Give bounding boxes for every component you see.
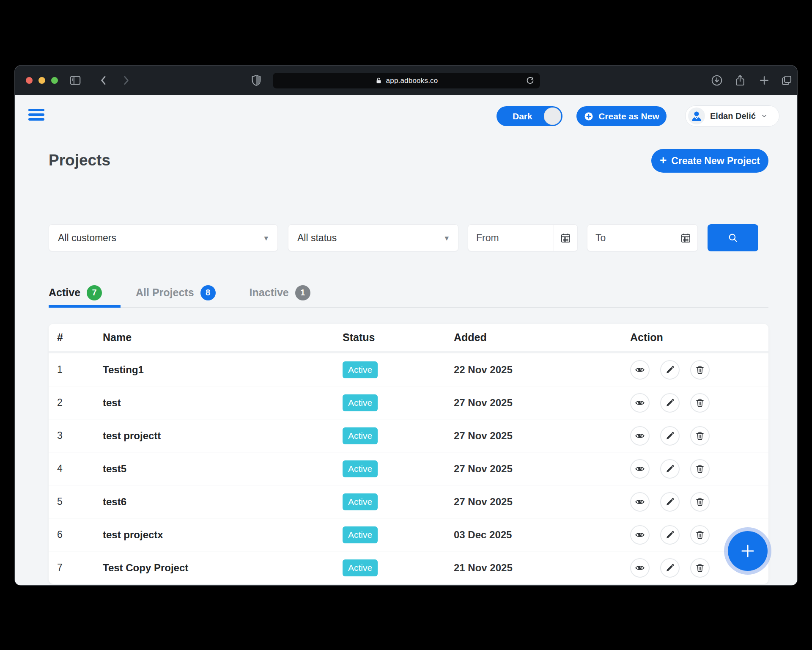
delete-button[interactable] <box>690 459 710 479</box>
row-actions <box>630 426 768 446</box>
privacy-shield-icon[interactable] <box>250 74 263 87</box>
fab-add-button[interactable] <box>728 531 768 571</box>
eye-icon <box>635 398 645 408</box>
user-name: Eldan Delić <box>710 111 756 121</box>
trash-icon <box>695 563 705 573</box>
row-number: 4 <box>57 463 103 474</box>
delete-button[interactable] <box>690 525 710 545</box>
back-icon[interactable] <box>97 74 110 87</box>
tab-count-badge: 7 <box>87 285 102 300</box>
edit-button[interactable] <box>660 426 680 446</box>
delete-button[interactable] <box>690 492 710 512</box>
tab-overview-icon[interactable] <box>780 74 793 87</box>
view-button[interactable] <box>630 426 650 446</box>
delete-button[interactable] <box>690 393 710 413</box>
table-row: 3 test projectt Active 27 Nov 2025 <box>49 419 768 452</box>
added-date: 27 Nov 2025 <box>454 430 630 442</box>
forward-icon[interactable] <box>120 74 132 87</box>
tab-count-badge: 8 <box>200 285 216 300</box>
row-actions <box>630 360 768 380</box>
view-button[interactable] <box>630 393 650 413</box>
page-title: Projects <box>49 151 110 169</box>
pencil-icon <box>665 497 675 507</box>
edit-button[interactable] <box>660 525 680 545</box>
zoom-window-button[interactable] <box>51 77 58 84</box>
eye-icon <box>635 530 645 540</box>
status-select[interactable]: All status ▾ <box>288 224 458 251</box>
eye-icon <box>635 365 645 375</box>
customers-select[interactable]: All customers ▾ <box>49 224 278 251</box>
downloads-icon[interactable] <box>710 74 723 87</box>
project-name: test6 <box>103 496 343 508</box>
eye-icon <box>635 563 645 573</box>
date-from-input[interactable] <box>476 232 554 244</box>
table-row: 1 Testing1 Active 22 Nov 2025 <box>49 353 768 386</box>
col-name: Name <box>103 331 343 344</box>
tab-inactive[interactable]: Inactive 1 <box>250 280 329 308</box>
plus-icon <box>739 542 757 560</box>
create-new-project-button[interactable]: + Create New Project <box>651 149 768 173</box>
user-menu[interactable]: Eldan Delić <box>685 105 779 127</box>
minimize-window-button[interactable] <box>38 77 45 84</box>
tab-active[interactable]: Active 7 <box>49 280 121 308</box>
row-actions <box>630 492 768 512</box>
row-number: 2 <box>57 397 103 408</box>
pencil-icon <box>665 563 675 573</box>
view-button[interactable] <box>630 492 650 512</box>
added-date: 22 Nov 2025 <box>454 364 630 376</box>
sidebar-toggle-icon[interactable] <box>69 74 82 87</box>
caret-down-icon: ▾ <box>264 233 268 243</box>
edit-button[interactable] <box>660 492 680 512</box>
row-actions <box>630 393 768 413</box>
eye-icon <box>635 464 645 474</box>
table-header-row: # Name Status Added Action <box>49 324 768 353</box>
close-window-button[interactable] <box>26 77 33 84</box>
address-bar[interactable]: app.adbooks.co <box>273 73 540 88</box>
delete-button[interactable] <box>690 426 710 446</box>
plus-circle-icon <box>584 111 594 121</box>
view-button[interactable] <box>630 459 650 479</box>
tabs: Active 7 All Projects 8 Inactive 1 <box>49 280 768 308</box>
edit-button[interactable] <box>660 360 680 380</box>
calendar-button[interactable] <box>554 225 577 251</box>
menu-icon[interactable] <box>28 109 44 121</box>
new-tab-icon[interactable] <box>758 74 771 87</box>
chevron-down-icon <box>761 113 768 119</box>
project-name: test5 <box>103 463 343 475</box>
table-row: 5 test6 Active 27 Nov 2025 <box>49 485 768 518</box>
status-badge: Active <box>343 427 378 444</box>
create-as-new-button[interactable]: Create as New <box>576 106 667 126</box>
dark-mode-toggle[interactable]: Dark <box>497 106 562 126</box>
added-date: 03 Dec 2025 <box>454 529 630 541</box>
delete-button[interactable] <box>690 558 710 578</box>
view-button[interactable] <box>630 360 650 380</box>
status-badge: Active <box>343 526 378 543</box>
row-actions <box>630 459 768 479</box>
view-button[interactable] <box>630 525 650 545</box>
calendar-icon <box>680 232 691 244</box>
date-to-input[interactable] <box>595 232 674 244</box>
reload-icon[interactable] <box>525 76 535 85</box>
calendar-button[interactable] <box>674 225 697 251</box>
view-button[interactable] <box>630 558 650 578</box>
date-to-field <box>587 224 698 251</box>
tab-count-badge: 1 <box>295 285 310 300</box>
added-date: 27 Nov 2025 <box>454 496 630 508</box>
table-row: 2 test Active 27 Nov 2025 <box>49 386 768 419</box>
status-badge: Active <box>343 559 378 576</box>
edit-button[interactable] <box>660 558 680 578</box>
url-text: app.adbooks.co <box>386 77 438 85</box>
share-icon[interactable] <box>734 74 746 87</box>
pencil-icon <box>665 431 675 441</box>
col-added: Added <box>454 331 630 344</box>
search-button[interactable] <box>708 224 758 251</box>
edit-button[interactable] <box>660 459 680 479</box>
create-new-project-label: Create New Project <box>671 155 760 167</box>
col-number: # <box>57 331 103 344</box>
tab-all-projects[interactable]: All Projects 8 <box>136 280 234 308</box>
edit-button[interactable] <box>660 393 680 413</box>
pencil-icon <box>665 530 675 540</box>
trash-icon <box>695 431 705 441</box>
calendar-icon <box>560 232 571 244</box>
delete-button[interactable] <box>690 360 710 380</box>
